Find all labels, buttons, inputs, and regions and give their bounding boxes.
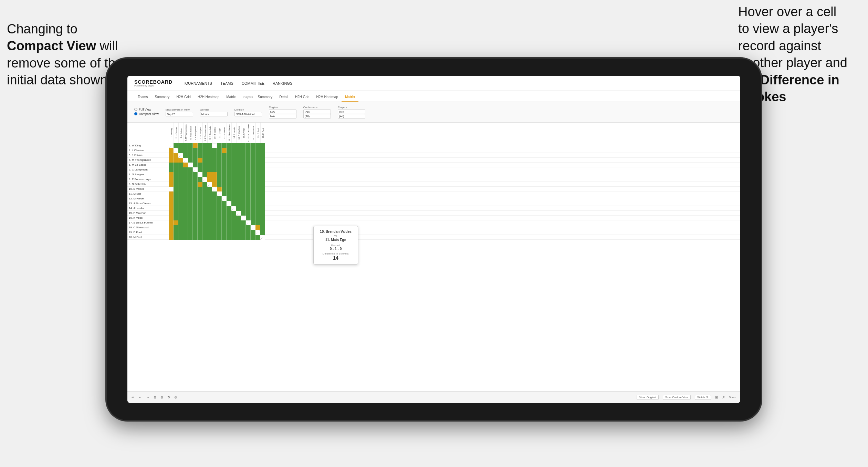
matrix-cell[interactable] [178,211,183,216]
matrix-cell[interactable] [222,220,227,225]
matrix-cell[interactable] [246,230,251,235]
matrix-cell[interactable] [251,158,255,163]
matrix-cell[interactable] [222,216,227,220]
matrix-cell[interactable] [193,235,198,240]
matrix-cell[interactable] [178,182,183,187]
matrix-cell[interactable] [255,172,260,177]
matrix-cell[interactable] [193,230,198,235]
matrix-cell[interactable] [231,206,236,211]
matrix-cell[interactable] [246,235,251,240]
gender-select[interactable]: Men's [200,112,228,116]
matrix-cell[interactable] [251,211,255,216]
matrix-cell[interactable] [236,191,241,196]
matrix-cell[interactable] [202,177,207,182]
matrix-cell[interactable] [260,153,265,158]
matrix-cell[interactable] [241,211,246,216]
matrix-cell[interactable] [183,201,188,206]
matrix-cell[interactable] [183,182,188,187]
matrix-cell[interactable] [227,211,231,216]
matrix-cell[interactable] [260,235,265,240]
matrix-cell[interactable] [255,211,260,216]
matrix-cell[interactable] [183,220,188,225]
matrix-cell[interactable] [193,177,198,182]
matrix-cell[interactable] [241,230,246,235]
matrix-cell[interactable] [227,220,231,225]
matrix-cell[interactable] [174,225,178,230]
matrix-cell[interactable] [207,172,212,177]
matrix-cell[interactable] [217,177,222,182]
matrix-cell[interactable] [188,163,193,167]
matrix-cell[interactable] [202,182,207,187]
matrix-cell[interactable] [255,153,260,158]
matrix-cell[interactable] [231,225,236,230]
tab-players-summary[interactable]: Summary [254,93,276,102]
matrix-cell[interactable] [241,148,246,153]
matrix-cell[interactable] [246,201,251,206]
matrix-cell[interactable] [251,143,255,148]
matrix-cell[interactable] [231,182,236,187]
nav-rankings[interactable]: RANKINGS [273,81,292,85]
matrix-cell[interactable] [217,201,222,206]
matrix-cell[interactable] [183,177,188,182]
matrix-cell[interactable] [178,201,183,206]
matrix-cell[interactable] [260,230,265,235]
target-icon[interactable]: ⊙ [174,395,177,399]
matrix-cell[interactable] [212,163,217,167]
matrix-cell[interactable] [241,196,246,201]
matrix-cell[interactable] [227,225,231,230]
matrix-cell[interactable] [188,158,193,163]
matrix-cell[interactable] [178,191,183,196]
matrix-cell[interactable] [169,230,174,235]
matrix-cell[interactable] [241,172,246,177]
matrix-cell[interactable] [202,163,207,167]
matrix-cell[interactable] [212,172,217,177]
matrix-cell[interactable] [207,148,212,153]
matrix-cell[interactable] [212,182,217,187]
matrix-cell[interactable] [193,163,198,167]
matrix-cell[interactable] [251,216,255,220]
matrix-cell[interactable] [246,220,251,225]
matrix-cell[interactable] [222,143,227,148]
matrix-cell[interactable] [222,172,227,177]
matrix-cell[interactable] [217,148,222,153]
matrix-cell[interactable] [222,225,227,230]
matrix-cell[interactable] [183,163,188,167]
compact-view-option[interactable]: Compact View [134,112,159,116]
conference-select-2[interactable]: (All) [303,114,331,118]
tab-players-matrix[interactable]: Matrix [342,93,358,102]
matrix-cell[interactable] [188,172,193,177]
matrix-cell[interactable] [255,163,260,167]
matrix-cell[interactable] [198,220,202,225]
matrix-cell[interactable] [217,172,222,177]
matrix-cell[interactable] [251,225,255,230]
matrix-cell[interactable] [231,201,236,206]
tab-summary[interactable]: Summary [151,93,173,102]
matrix-cell[interactable] [188,167,193,172]
matrix-cell[interactable] [246,196,251,201]
matrix-cell[interactable] [222,158,227,163]
matrix-cell[interactable] [222,211,227,216]
matrix-cell[interactable] [207,143,212,148]
matrix-cell[interactable] [260,182,265,187]
matrix-cell[interactable] [217,220,222,225]
matrix-cell[interactable] [222,148,227,153]
matrix-cell[interactable] [227,191,231,196]
matrix-cell[interactable] [231,153,236,158]
matrix-cell[interactable] [212,191,217,196]
matrix-cell[interactable] [222,187,227,191]
matrix-cell[interactable] [212,158,217,163]
matrix-cell[interactable] [260,187,265,191]
share-options-icon[interactable]: ⊞ [715,395,718,399]
matrix-cell[interactable] [255,182,260,187]
region-select-2[interactable]: N/A [269,114,296,118]
matrix-cell[interactable] [246,167,251,172]
matrix-cell[interactable] [231,230,236,235]
matrix-cell[interactable] [169,148,174,153]
matrix-cell[interactable] [260,196,265,201]
matrix-cell[interactable] [260,211,265,216]
save-custom-view-button[interactable]: Save Custom View [663,395,691,400]
matrix-cell[interactable] [227,148,231,153]
matrix-cell[interactable] [222,167,227,172]
matrix-cell[interactable] [251,187,255,191]
matrix-cell[interactable] [231,148,236,153]
